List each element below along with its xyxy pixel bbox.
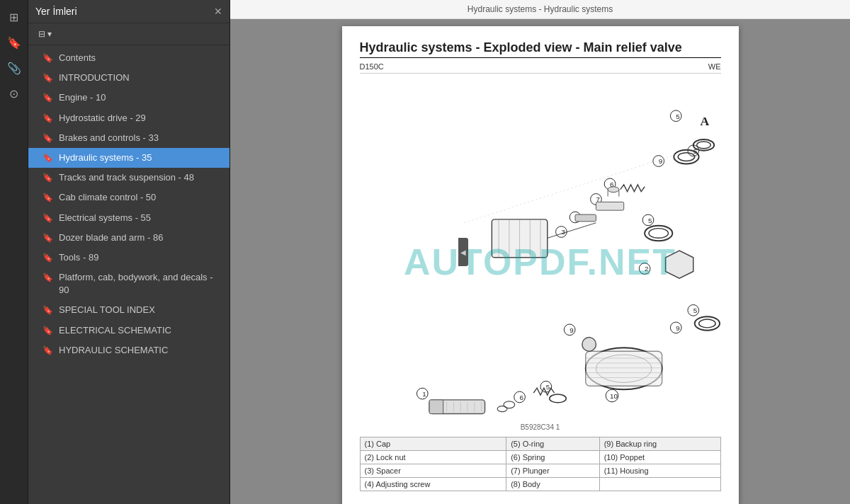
bookmark-label: HYDRAULIC SCHEMATIC	[59, 344, 222, 357]
svg-text:A: A	[700, 114, 709, 128]
layers-icon[interactable]: ⊙	[3, 82, 26, 105]
svg-marker-39	[665, 251, 693, 278]
collapse-handle[interactable]: ◀	[458, 238, 468, 266]
svg-rect-28	[596, 202, 623, 210]
part-col3	[599, 478, 720, 491]
svg-point-10	[696, 142, 710, 149]
bookmark-item-tools[interactable]: 🔖 Tools - 89	[28, 248, 230, 268]
bookmark-item-contents[interactable]: 🔖 Contents	[28, 48, 230, 68]
bookmark-label: Tracks and track suspension - 48	[59, 171, 222, 184]
pages-icon[interactable]: ⊞	[3, 6, 26, 28]
bookmark-item-introduction[interactable]: 🔖 INTRODUCTION	[28, 68, 230, 88]
svg-point-43	[698, 319, 715, 328]
sidebar-title: Yer İmleri	[35, 6, 77, 17]
svg-text:1: 1	[422, 390, 426, 398]
bookmark-label: INTRODUCTION	[59, 71, 222, 84]
svg-point-30	[608, 187, 619, 193]
bookmarks-icon[interactable]: 🔖	[3, 31, 26, 54]
bookmark-icon: 🔖	[42, 345, 53, 357]
parts-table: (1) Cap (5) O-ring (9) Backup ring (2) L…	[360, 437, 721, 491]
bookmark-item-hydrostatic[interactable]: 🔖 Hydrostatic drive - 29	[28, 108, 230, 128]
svg-text:2: 2	[645, 265, 648, 273]
bookmark-label: Electrical systems - 55	[59, 212, 222, 224]
bookmark-icon: 🔖	[42, 192, 53, 204]
svg-text:3: 3	[561, 228, 565, 236]
bookmark-item-platform[interactable]: 🔖 Platform, cab, bodywork, and decals - …	[28, 268, 230, 300]
part-col2: (6) Spring	[506, 451, 600, 464]
table-row: (1) Cap (5) O-ring (9) Backup ring	[360, 437, 720, 451]
table-row: (2) Lock nut (6) Spring (10) Poppet	[360, 451, 720, 464]
bookmark-item-dozer[interactable]: 🔖 Dozer blade and arm - 86	[28, 228, 230, 248]
main-area: ◀ Hydraulic systems - Hydraulic systems …	[230, 0, 850, 504]
bookmark-item-tracks[interactable]: 🔖 Tracks and track suspension - 48	[28, 168, 230, 188]
svg-rect-29	[575, 214, 596, 222]
bookmark-item-electrical[interactable]: 🔖 Electrical systems - 55	[28, 208, 230, 228]
svg-line-19	[547, 223, 596, 239]
bookmark-icon: 🔖	[42, 172, 53, 184]
doc-meta: D150C WE	[360, 62, 721, 74]
svg-text:A: A	[450, 420, 459, 420]
svg-text:10: 10	[610, 392, 618, 400]
bookmark-icon: 🔖	[42, 113, 53, 125]
bookmark-item-hydraulic-schematic[interactable]: 🔖 HYDRAULIC SCHEMATIC	[28, 340, 230, 360]
svg-line-79	[464, 154, 679, 223]
main-content: Hydraulic systems - Hydraulic systems Hy…	[230, 0, 850, 504]
document-page: Hydraulic systems - Exploded view - Main…	[342, 26, 739, 504]
bookmark-label: SPECIAL TOOL INDEX	[59, 304, 222, 316]
svg-point-8	[678, 153, 695, 161]
breadcrumb: Hydraulic systems - Hydraulic systems	[468, 4, 613, 14]
toolbar-list-button[interactable]: ⊟ ▾	[35, 28, 55, 40]
bookmark-item-special-tool[interactable]: 🔖 SPECIAL TOOL INDEX	[28, 300, 230, 320]
bookmark-label: Cab climate control - 50	[59, 191, 222, 204]
bookmark-label: Dozer blade and arm - 86	[59, 231, 222, 244]
bookmark-label: Brakes and controls - 33	[59, 132, 222, 144]
part-col2: (5) O-ring	[506, 437, 600, 451]
part-col1: (4) Adjusting screw	[360, 478, 506, 491]
bookmark-item-engine[interactable]: 🔖 Engine - 10	[28, 88, 230, 108]
bookmark-label: Platform, cab, bodywork, and decals - 90	[59, 271, 222, 297]
svg-text:9: 9	[676, 324, 679, 332]
bookmark-icon: 🔖	[42, 304, 53, 316]
bookmark-item-electrical-schematic[interactable]: 🔖 ELECTRICAL SCHEMATIC	[28, 321, 230, 340]
part-col2: (7) Plunger	[506, 464, 600, 478]
table-row: (3) Spacer (7) Plunger (11) Housing	[360, 464, 720, 478]
svg-text:9: 9	[658, 157, 662, 165]
svg-point-60	[582, 338, 596, 352]
part-col3: (9) Backup ring	[599, 437, 720, 451]
svg-text:6: 6	[519, 394, 523, 401]
bookmark-item-hydraulic[interactable]: 🔖 Hydraulic systems - 35	[28, 148, 230, 168]
bookmark-label: Tools - 89	[59, 251, 222, 264]
bookmark-label: Contents	[59, 52, 222, 64]
attachments-icon[interactable]: 📎	[3, 57, 26, 79]
region-label: WE	[708, 62, 721, 71]
page-container[interactable]: Hydraulic systems - Exploded view - Main…	[230, 19, 850, 504]
svg-text:5: 5	[693, 307, 697, 314]
svg-point-36	[649, 229, 668, 239]
bookmark-label: Engine - 10	[59, 91, 222, 104]
bookmark-item-brakes[interactable]: 🔖 Brakes and controls - 33	[28, 128, 230, 148]
svg-text:5: 5	[648, 217, 652, 224]
bookmark-icon: 🔖	[42, 132, 53, 144]
bookmark-icon: 🔖	[42, 52, 53, 64]
bookmark-list: 🔖 Contents 🔖 INTRODUCTION 🔖 Engine - 10 …	[28, 45, 230, 504]
page-header: Hydraulic systems - Hydraulic systems	[230, 0, 850, 19]
section-title: Hydraulic systems - Exploded view - Main…	[360, 40, 721, 58]
sidebar-header: Yer İmleri ✕	[28, 0, 230, 23]
part-col1: (2) Lock nut	[360, 451, 506, 464]
sidebar-toolbar: ⊟ ▾	[28, 23, 230, 45]
bookmark-icon: 🔖	[42, 252, 53, 264]
part-col1: (3) Spacer	[360, 464, 506, 478]
bookmark-label: Hydraulic systems - 35	[59, 151, 222, 164]
part-col2: (8) Body	[506, 478, 600, 491]
bookmark-item-cab[interactable]: 🔖 Cab climate control - 50	[28, 188, 230, 207]
bookmark-label: Hydrostatic drive - 29	[59, 112, 222, 125]
bookmark-icon: 🔖	[42, 325, 53, 337]
bookmark-icon: 🔖	[42, 272, 53, 284]
list-icon: ⊟	[38, 29, 45, 39]
sidebar-close-button[interactable]: ✕	[214, 6, 222, 17]
model-label: D150C	[360, 62, 384, 71]
table-row: (4) Adjusting screw (8) Body	[360, 478, 720, 491]
svg-point-63	[549, 394, 566, 403]
svg-point-67	[497, 406, 507, 412]
exploded-diagram: A 5 5 9 8	[360, 81, 721, 420]
